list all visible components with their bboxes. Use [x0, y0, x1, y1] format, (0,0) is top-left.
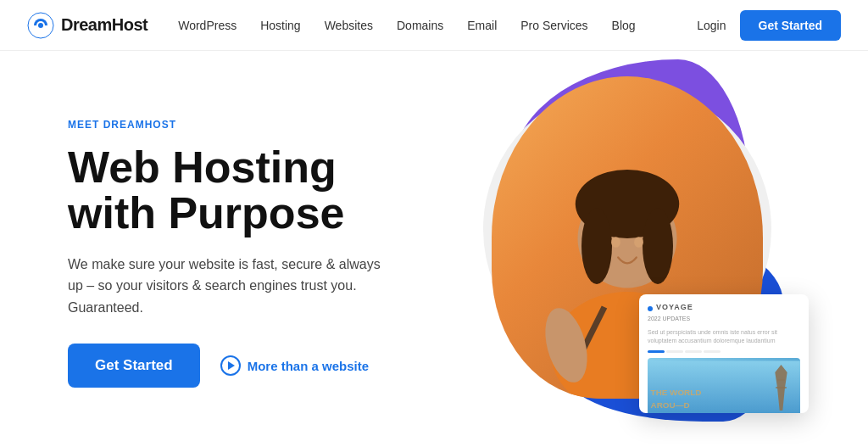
- play-triangle-icon: [228, 361, 235, 370]
- nav-item-domains[interactable]: Domains: [397, 19, 443, 32]
- svg-text:AROU—D: AROU—D: [651, 400, 690, 410]
- meet-label: MEET DREAMHOST: [68, 119, 475, 131]
- card-dot-1: [648, 350, 665, 353]
- card-image-area: THE WORLD AROU—D: [648, 358, 800, 413]
- hero-section: MEET DREAMHOST Web Hosting with Purpose …: [0, 51, 868, 447]
- svg-point-2: [38, 23, 43, 28]
- hero-title: Web Hosting with Purpose: [68, 144, 475, 237]
- nav-item-blog[interactable]: Blog: [612, 19, 636, 32]
- hero-left: MEET DREAMHOST Web Hosting with Purpose …: [68, 119, 475, 388]
- nav-item-hosting[interactable]: Hosting: [260, 19, 300, 32]
- hero-right: VOYAGE 2022 UPDATES Sed ut perspiciatis …: [475, 76, 800, 430]
- navbar: DreamHost WordPress Hosting Websites Dom…: [0, 0, 868, 51]
- play-icon: [220, 355, 241, 376]
- nav-links: WordPress Hosting Websites Domains Email…: [178, 19, 697, 32]
- get-started-nav-button[interactable]: Get Started: [740, 10, 841, 41]
- login-button[interactable]: Login: [697, 19, 726, 32]
- hero-title-line1: Web Hosting: [68, 142, 337, 192]
- dreamhost-logo-icon: [27, 12, 54, 39]
- card-dot-3: [685, 350, 702, 353]
- svg-point-9: [634, 237, 643, 248]
- nav-right: Login Get Started: [697, 10, 841, 41]
- hero-subtitle: We make sure your website is fast, secur…: [68, 254, 381, 319]
- nav-item-email[interactable]: Email: [467, 19, 497, 32]
- svg-point-7: [643, 208, 673, 284]
- more-than-website-link[interactable]: More than a website: [220, 355, 369, 376]
- card-body-text: Sed ut perspiciatis unde omnis iste natu…: [648, 328, 800, 345]
- svg-text:THE WORLD: THE WORLD: [651, 388, 702, 397]
- card-logo-area: VOYAGE: [648, 303, 800, 314]
- card-dots: [648, 350, 800, 353]
- nav-item-wordpress[interactable]: WordPress: [178, 19, 236, 32]
- hero-actions: Get Started More than a website: [68, 344, 475, 388]
- card-dot-4: [704, 350, 721, 353]
- card-dot-2: [666, 350, 683, 353]
- website-preview-card: VOYAGE 2022 UPDATES Sed ut perspiciatis …: [639, 294, 809, 413]
- nav-item-pro-services[interactable]: Pro Services: [520, 19, 587, 32]
- svg-point-6: [581, 208, 612, 284]
- hero-title-line2: with Purpose: [68, 188, 344, 237]
- card-subtitle: 2022 UPDATES: [648, 316, 800, 321]
- nav-item-websites[interactable]: Websites: [325, 19, 373, 32]
- brand-name: DreamHost: [61, 15, 147, 35]
- hero-get-started-button[interactable]: Get Started: [68, 344, 200, 388]
- card-brand-label: VOYAGE: [656, 303, 693, 311]
- more-link-label: More than a website: [248, 359, 369, 373]
- svg-point-8: [611, 237, 620, 248]
- logo-area[interactable]: DreamHost: [27, 12, 147, 39]
- card-logo-dot-icon: [648, 306, 653, 311]
- card-image-icon: THE WORLD AROU—D: [648, 358, 800, 413]
